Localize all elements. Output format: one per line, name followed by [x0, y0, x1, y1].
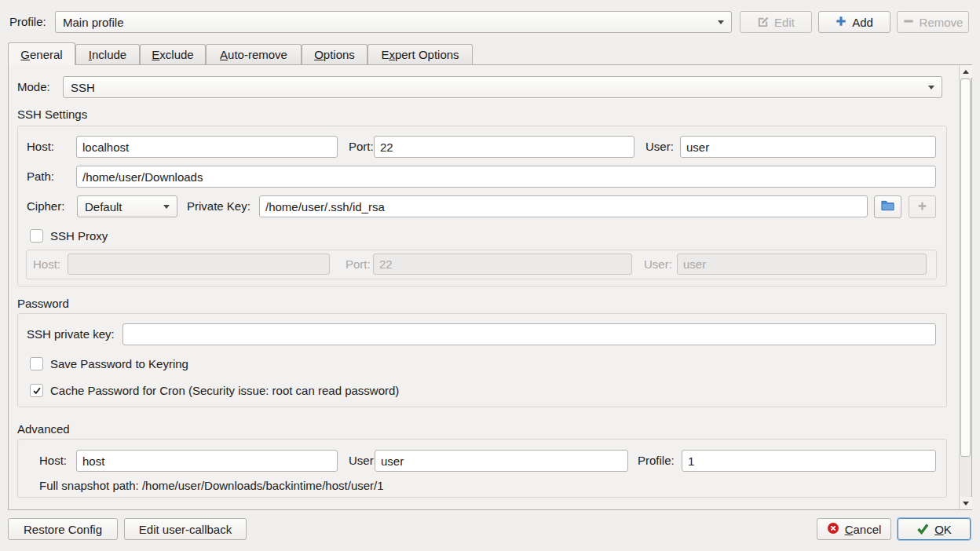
save-password-keyring-label: Save Password to Keyring [50, 353, 188, 375]
edit-user-callback-button[interactable]: Edit user-callback [124, 518, 247, 540]
minus-icon [903, 16, 914, 29]
restore-config-button[interactable]: Restore Config [8, 518, 118, 540]
vertical-scrollbar[interactable] [959, 65, 971, 509]
add-key-button[interactable] [909, 195, 936, 218]
remove-button-label: Remove [920, 16, 964, 29]
mode-select[interactable]: SSH [63, 76, 942, 98]
profile-select-value: Main profile [63, 16, 713, 29]
ssh-user-input[interactable] [680, 136, 936, 158]
ssh-path-input[interactable] [76, 166, 936, 188]
tab-include[interactable]: Include [75, 44, 140, 64]
password-title: Password [17, 296, 69, 312]
proxy-host-label: Host: [33, 254, 60, 276]
ok-button-label: OK [934, 523, 952, 536]
add-profile-button[interactable]: Add [818, 11, 890, 33]
cancel-button[interactable]: Cancel [817, 518, 891, 540]
proxy-user-label: User: [644, 254, 672, 276]
cancel-button-label: Cancel [845, 523, 882, 536]
advanced-title: Advanced [17, 421, 70, 437]
cipher-label: Cipher: [27, 195, 64, 217]
tab-expert-options[interactable]: Expert Options [368, 44, 473, 64]
edit-icon [757, 15, 769, 29]
ssh-path-label: Path: [27, 166, 54, 188]
advanced-host-input[interactable] [76, 450, 338, 472]
cache-password-cron-checkbox[interactable] [30, 384, 43, 397]
tab-options[interactable]: Options [302, 44, 368, 64]
profile-select[interactable]: Main profile [55, 11, 732, 33]
ssh-private-key-password-input[interactable] [122, 323, 936, 345]
advanced-profile-input[interactable] [682, 450, 936, 472]
ok-icon [916, 522, 929, 537]
chevron-down-icon [928, 86, 934, 89]
plus-icon [917, 200, 927, 213]
plus-icon [836, 16, 847, 29]
cache-password-cron-label: Cache Password for Cron (Security issue:… [50, 380, 399, 402]
save-password-keyring-checkbox[interactable] [30, 357, 43, 370]
ssh-private-key-label: SSH private key: [27, 323, 115, 345]
ssh-host-input[interactable] [76, 136, 338, 158]
ssh-settings-title: SSH Settings [17, 107, 87, 122]
cipher-select[interactable]: Default [77, 195, 177, 217]
browse-key-button[interactable] [874, 195, 901, 218]
full-snapshot-path-text: Full snapshot path: /home/user/Downloads… [39, 475, 384, 497]
scrollbar-thumb[interactable] [960, 78, 971, 457]
ssh-host-label: Host: [27, 136, 54, 158]
private-key-input[interactable] [259, 195, 868, 217]
ssh-proxy-checkbox[interactable] [30, 229, 43, 243]
ssh-port-input[interactable] [374, 136, 634, 158]
scroll-up-button[interactable] [960, 65, 972, 78]
cancel-icon [827, 522, 839, 537]
advanced-host-label: Host: [39, 450, 67, 472]
triangle-up-icon [963, 70, 969, 74]
chevron-down-icon [718, 20, 724, 24]
advanced-user-input[interactable] [375, 450, 628, 472]
mode-label: Mode: [17, 76, 50, 98]
tab-general[interactable]: General [8, 42, 75, 65]
mode-select-value: SSH [71, 81, 923, 94]
profile-label: Profile: [9, 11, 46, 33]
edit-user-callback-label: Edit user-callback [139, 523, 232, 536]
folder-icon [881, 200, 894, 213]
advanced-profile-label: Profile: [638, 450, 675, 472]
ssh-port-label: Port: [349, 136, 374, 158]
proxy-user-input[interactable] [677, 254, 927, 275]
proxy-port-label: Port: [346, 254, 371, 276]
settings-dialog: Profile: Main profile Edit Add Remove Ge… [0, 0, 980, 551]
proxy-port-input[interactable] [373, 254, 632, 275]
triangle-down-icon [963, 502, 969, 505]
advanced-user-label: User: [349, 450, 377, 472]
ok-button[interactable]: OK [898, 518, 971, 540]
add-button-label: Add [852, 16, 873, 29]
edit-button-label: Edit [774, 16, 795, 29]
tab-exclude[interactable]: Exclude [140, 44, 206, 64]
cipher-select-value: Default [85, 200, 159, 213]
proxy-host-input[interactable] [68, 254, 330, 275]
ssh-proxy-label: SSH Proxy [50, 225, 108, 247]
private-key-label: Private Key: [187, 195, 250, 217]
chevron-down-icon [163, 205, 170, 209]
tab-auto-remove[interactable]: Auto-remove [206, 44, 302, 64]
ssh-user-label: User: [645, 136, 674, 158]
remove-profile-button[interactable]: Remove [897, 11, 969, 33]
restore-config-label: Restore Config [24, 523, 102, 536]
scroll-down-button[interactable] [960, 497, 972, 509]
checkmark-icon [32, 386, 42, 396]
edit-profile-button[interactable]: Edit [740, 11, 812, 33]
